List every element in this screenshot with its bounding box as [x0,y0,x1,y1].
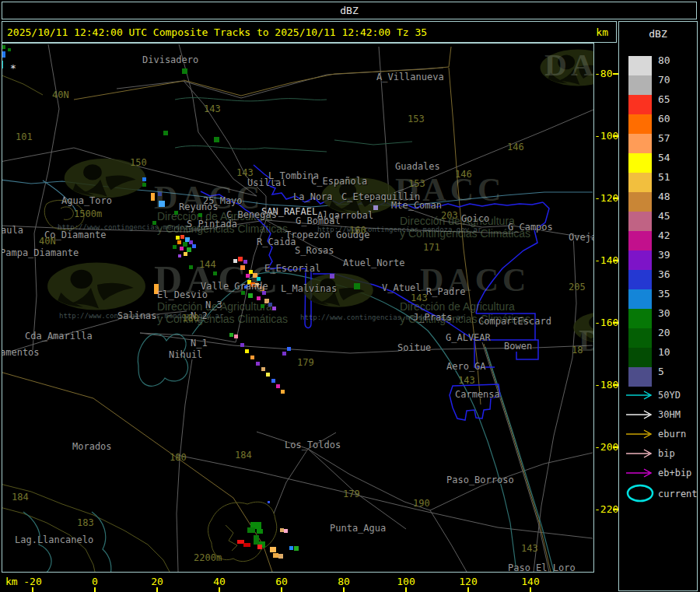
x-tick-mark [530,587,531,592]
map-place-label: G_Campos [508,222,553,233]
colorbar-swatch [628,134,652,153]
radar-echo-cell [276,384,280,388]
colorbar-value: 10 [658,346,689,358]
radar-echo-cell [250,356,254,359]
radar-echo-cell [176,236,180,240]
x-tick-label: 20 [142,576,173,587]
x-tick-mark [32,587,33,592]
marker-label: 30HM [658,409,681,420]
colorbar-swatch [628,212,652,231]
y-tick-mark [613,260,618,261]
x-tick-mark [156,587,158,592]
radar-echo-cell [289,546,293,550]
radar-echo-cell [272,307,276,310]
map-place-label: Mte_Coman [391,200,442,211]
route-number-label: 179 [343,489,360,499]
x-tick-label: 140 [515,576,546,587]
route-number-label: 150 [130,157,147,168]
marker-row: eb+bip [624,464,697,484]
radar-echo-cell [273,553,278,558]
colorbar-value: 80 [658,54,689,66]
radar-echo-cell [234,335,238,338]
y-tick-mark [613,135,618,137]
route-number-label: 144 [199,259,216,270]
colorbar-swatch [628,328,652,348]
radar-echo-cell [278,554,283,559]
map-place-label: S_Pintada [187,219,237,229]
map-place-label: Los_Toldos [285,440,341,450]
product-title: 2025/10/11 12:42:00 UTC Composite Tracks… [2,26,427,38]
map-place-label: Atuel_Norte [343,257,404,268]
radar-echo-cell [266,373,270,377]
map-place-label: J_Prats [413,312,453,323]
map-place-label: N_1 [191,338,208,349]
radar-echo-cell [233,259,237,263]
radar-echo-cell [8,48,11,51]
route-number-label: 146 [507,142,524,152]
x-tick-label: 60 [266,576,297,587]
radar-echo-cell [198,213,202,217]
route-number-label: 143 [204,103,221,114]
radar-echo-cell [184,252,187,256]
x-tick-mark [219,587,220,592]
x-tick-label: 0 [79,576,110,587]
radar-echo-cell [240,265,245,270]
radar-echo-cell [248,293,253,298]
map-place-label: amentos [2,347,40,358]
map-place-label: Punta_Agua [330,523,386,534]
route-number-label: 1500m [74,208,102,219]
colorbar-value: 35 [658,288,689,300]
map-place-label: S_Rosas [295,245,334,256]
station-marker-star: * [10,62,16,74]
radar-echo-cell [280,528,284,532]
route-number-label: 153 [408,114,425,124]
radar-echo-cell [271,379,275,383]
map-place-label: V_Atuel [382,282,422,293]
radar-echo-cell [243,260,247,264]
radar-echo-cell [2,51,5,58]
y-tick-mark [613,73,618,75]
x-tick-mark [405,587,407,592]
map-place-label: L_Malvinas [281,283,337,294]
colorbar-value: 36 [658,268,689,280]
map-place-label: A_Villanueva [376,72,444,82]
radar-echo-cell [243,543,250,547]
route-number-label: 101 [16,131,33,142]
radar-echo-cell [294,546,299,551]
marker-label: eb+bip [658,468,691,478]
radar-echo-cell [189,265,193,269]
x-tick-label: 80 [328,576,359,587]
radar-echo-cell [173,245,177,249]
map-place-label: Bowen [504,341,532,352]
colorbar-value: 54 [658,152,689,163]
route-number-label: 143 [236,167,254,178]
radar-echo-cell [180,235,184,239]
radar-echo-cell [257,545,262,549]
map-place-label: G_Bombal [296,215,341,226]
colorbar-value: 45 [658,210,689,222]
radar-map[interactable]: DACCDirección de Agriculturay Contingenc… [2,43,594,573]
map-place-label: Goico [461,213,489,224]
map-place-label: Guadales [395,161,440,172]
radar-echo-cell [142,183,146,187]
radar-echo-cell [254,535,259,545]
marker-row: current [624,484,697,503]
map-place-label: Morados [72,441,112,452]
y-tick-mark [613,509,618,510]
colorbar-swatch [628,270,652,289]
colorbar-swatch [628,114,652,134]
colorbar-title: dBZ [619,28,697,40]
route-number-label: 190 [413,498,430,509]
dacc-brand-watermark: DACC [544,47,594,83]
map-place-label: G_ALVEAR [446,332,491,343]
route-number-label: 205 [569,282,586,292]
x-tick-mark [94,587,96,592]
radar-echo-cell [261,304,264,308]
radar-echo-cell [284,529,288,533]
radar-echo-cell [163,131,168,135]
radar-echo-cell [330,274,334,278]
radar-echo-cell [245,349,249,353]
radar-echo-cell [287,347,291,351]
radar-echo-cell [2,61,3,68]
marker-label: current [658,489,698,499]
